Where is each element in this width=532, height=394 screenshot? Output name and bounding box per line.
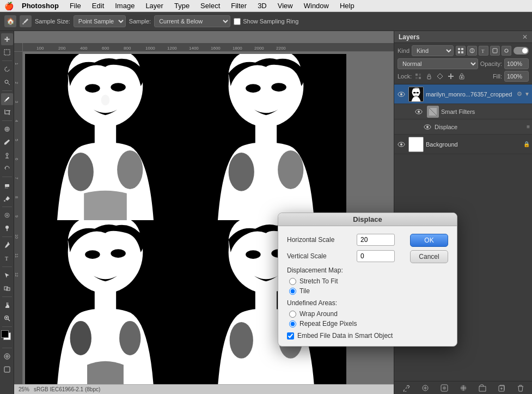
- menu-filter[interactable]: Filter: [227, 1, 251, 11]
- apple-menu[interactable]: 🍎: [4, 2, 13, 10]
- create-group-button[interactable]: [477, 383, 488, 393]
- zoom-tool[interactable]: [1, 312, 13, 324]
- menu-3d[interactable]: 3D: [253, 1, 271, 11]
- path-selection-tool[interactable]: [1, 269, 13, 281]
- show-sampling-ring-label[interactable]: Show Sampling Ring: [234, 18, 298, 25]
- blur-tool[interactable]: [1, 209, 13, 221]
- lock-position-button[interactable]: [436, 72, 444, 81]
- layer-visibility-button-background[interactable]: [396, 140, 406, 149]
- embed-checkbox[interactable]: [287, 332, 294, 340]
- menu-image[interactable]: Image: [111, 1, 139, 11]
- fill-input[interactable]: [504, 71, 529, 82]
- ruler-corner: [14, 43, 23, 52]
- opacity-input[interactable]: [504, 58, 529, 69]
- shape-tool[interactable]: [1, 282, 13, 294]
- filter-toggle[interactable]: [513, 47, 529, 54]
- create-adjustment-layer-button[interactable]: [458, 383, 469, 393]
- panel-close-button[interactable]: ✕: [522, 33, 528, 41]
- layer-expand-icon[interactable]: ▼: [524, 91, 530, 97]
- menu-select[interactable]: Select: [196, 1, 224, 11]
- show-sampling-ring-checkbox[interactable]: [234, 18, 241, 25]
- lock-artboard-button[interactable]: [447, 72, 455, 81]
- sublayer-smart-filters[interactable]: Smart Filters: [394, 104, 532, 119]
- tool-divider-9: [2, 326, 12, 327]
- menu-window[interactable]: Window: [299, 1, 333, 11]
- lock-all-button[interactable]: [457, 72, 466, 81]
- filter-type-icon[interactable]: T: [479, 46, 488, 56]
- repeat-edge-radio[interactable]: [289, 320, 296, 328]
- dodge-tool[interactable]: [1, 222, 13, 234]
- eraser-tool[interactable]: [1, 179, 13, 191]
- filter-shape-icon[interactable]: [490, 46, 500, 56]
- sublayer-displace-options[interactable]: ≡: [527, 124, 530, 130]
- filter-pixel-icon[interactable]: [456, 46, 466, 56]
- screen-mode-tool[interactable]: [1, 363, 13, 375]
- menu-photoshop[interactable]: Photoshop: [17, 1, 63, 11]
- wrap-around-radio-label[interactable]: Wrap Around: [299, 310, 338, 318]
- menu-layer[interactable]: Layer: [141, 1, 168, 11]
- quick-select-tool[interactable]: [1, 76, 13, 88]
- layer-visibility-button-marilyn[interactable]: [396, 89, 406, 99]
- home-icon[interactable]: 🏠: [4, 15, 16, 27]
- menu-edit[interactable]: Edit: [88, 1, 108, 11]
- blend-mode-select[interactable]: Normal: [398, 58, 478, 69]
- wrap-around-radio[interactable]: [289, 311, 296, 318]
- layers-kind-select[interactable]: Kind: [412, 45, 454, 56]
- sublayer-visibility-displace[interactable]: [423, 122, 432, 132]
- embed-checkbox-label[interactable]: Embed File Data in Smart Object: [297, 332, 393, 340]
- sample-size-select[interactable]: Point Sample: [74, 15, 126, 27]
- stretch-to-fit-radio[interactable]: [289, 278, 296, 285]
- dialog-content-row: Horizontal Scale Vertical Scale Displace…: [287, 234, 448, 340]
- lasso-tool[interactable]: [1, 63, 13, 75]
- create-new-layer-button[interactable]: [496, 383, 507, 393]
- add-layer-style-button[interactable]: [420, 383, 431, 393]
- delete-layer-button[interactable]: [515, 383, 526, 393]
- sublayer-displace[interactable]: Displace ≡: [394, 119, 532, 135]
- cancel-button[interactable]: Cancel: [410, 250, 448, 263]
- menu-help[interactable]: Help: [335, 1, 359, 11]
- move-tool[interactable]: [1, 33, 13, 45]
- layer-thumbnail-marilyn: [408, 87, 424, 102]
- layers-toolbar: Kind Kind T: [394, 43, 532, 84]
- paint-bucket-tool[interactable]: [1, 192, 13, 204]
- quick-mask-tool[interactable]: [1, 350, 13, 362]
- layer-item-background[interactable]: Background 🔒: [394, 135, 532, 154]
- stretch-to-fit-radio-label[interactable]: Stretch To Fit: [299, 277, 338, 285]
- foreground-color-swatch[interactable]: [1, 330, 9, 338]
- menu-file[interactable]: File: [65, 1, 85, 11]
- menu-type[interactable]: Type: [170, 1, 194, 11]
- sample-value-select[interactable]: Current & Below: [154, 15, 230, 27]
- eyedropper-tool[interactable]: [1, 93, 13, 105]
- svg-line-3: [8, 83, 10, 86]
- clone-stamp-tool[interactable]: [1, 149, 13, 161]
- tile-radio-label[interactable]: Tile: [299, 287, 310, 295]
- layer-item-marilyn[interactable]: marilyn_monro...76357_cropped ⚙ ▼: [394, 84, 532, 104]
- add-layer-mask-button[interactable]: [439, 383, 450, 393]
- lock-image-pixels-button[interactable]: [425, 72, 433, 81]
- lock-transparent-pixels-button[interactable]: [414, 72, 423, 81]
- type-tool[interactable]: T: [1, 252, 13, 264]
- filter-adjustment-icon[interactable]: [467, 46, 477, 56]
- vertical-scale-input[interactable]: [357, 250, 395, 262]
- sublayer-visibility-smart-filters[interactable]: [414, 107, 424, 117]
- repeat-edge-radio-label[interactable]: Repeat Edge Pixels: [299, 320, 357, 328]
- sublayer-name-smart-filters: Smart Filters: [441, 108, 475, 115]
- menu-view[interactable]: View: [273, 1, 297, 11]
- filter-smart-icon[interactable]: [502, 46, 511, 56]
- pen-tool[interactable]: [1, 239, 13, 251]
- eyedropper-tool-icon[interactable]: [20, 15, 32, 27]
- crop-tool[interactable]: [1, 106, 13, 118]
- layer-info-marilyn: marilyn_monro...76357_cropped: [426, 91, 515, 98]
- brush-tool[interactable]: [1, 136, 13, 148]
- tile-radio[interactable]: [289, 288, 296, 295]
- horizontal-scale-input[interactable]: [357, 234, 395, 246]
- hand-tool[interactable]: [1, 299, 13, 311]
- history-brush-tool[interactable]: [1, 162, 13, 174]
- color-swatches[interactable]: [1, 330, 13, 344]
- spot-healing-brush-tool[interactable]: [1, 123, 13, 135]
- svg-text:T: T: [481, 49, 485, 54]
- layer-effects-icon-marilyn[interactable]: ⚙: [517, 90, 522, 98]
- link-layers-button[interactable]: [401, 383, 412, 393]
- rectangular-marquee-tool[interactable]: [1, 46, 13, 58]
- ok-button[interactable]: OK: [410, 234, 448, 247]
